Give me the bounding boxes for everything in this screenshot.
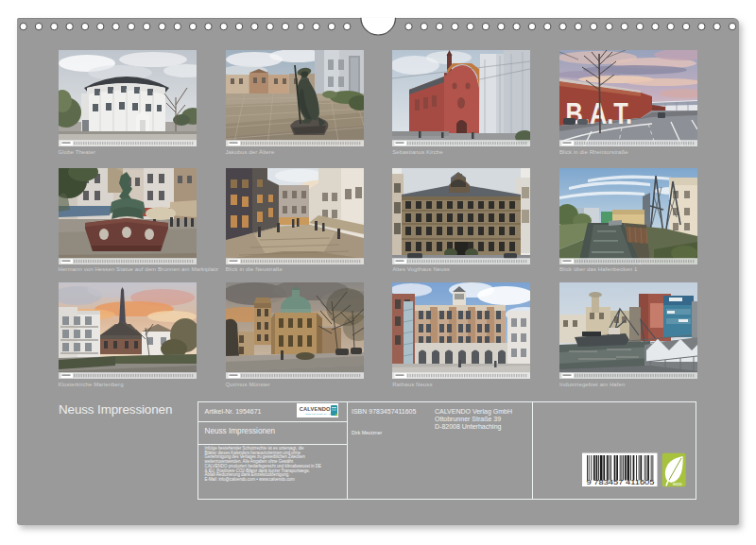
svg-text:9 783457 411605: 9 783457 411605 [587, 479, 655, 485]
svg-text:eco: eco [673, 481, 682, 486]
